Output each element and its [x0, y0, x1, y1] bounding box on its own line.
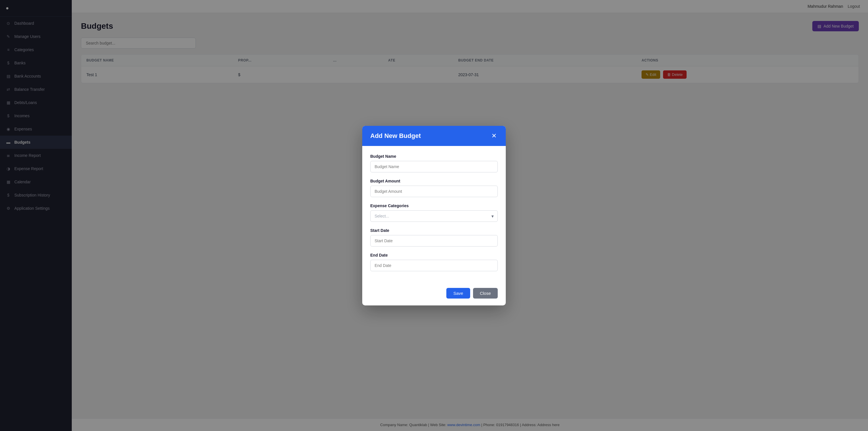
budget-name-label: Budget Name: [370, 154, 498, 159]
modal-body: Budget Name Budget Amount Expense Catego…: [362, 146, 506, 283]
expense-categories-wrapper: Select... ▾: [370, 210, 498, 222]
modal-overlay[interactable]: Add New Budget ✕ Budget Name Budget Amou…: [0, 0, 868, 431]
modal-header: Add New Budget ✕: [362, 126, 506, 146]
budget-amount-input[interactable]: [370, 185, 498, 197]
modal-close-button[interactable]: ✕: [490, 133, 498, 139]
save-button[interactable]: Save: [446, 288, 470, 298]
end-date-input[interactable]: [370, 260, 498, 271]
close-button[interactable]: Close: [473, 288, 498, 298]
start-date-input[interactable]: [370, 235, 498, 247]
expense-categories-label: Expense Categories: [370, 203, 498, 208]
start-date-label: Start Date: [370, 228, 498, 233]
start-date-group: Start Date: [370, 228, 498, 247]
budget-amount-label: Budget Amount: [370, 179, 498, 183]
add-budget-modal: Add New Budget ✕ Budget Name Budget Amou…: [362, 126, 506, 306]
modal-title: Add New Budget: [370, 132, 421, 140]
budget-amount-group: Budget Amount: [370, 179, 498, 197]
end-date-group: End Date: [370, 253, 498, 271]
expense-categories-group: Expense Categories Select... ▾: [370, 203, 498, 222]
budget-name-group: Budget Name: [370, 154, 498, 172]
budget-name-input[interactable]: [370, 161, 498, 172]
modal-footer: Save Close: [362, 283, 506, 306]
end-date-label: End Date: [370, 253, 498, 257]
expense-categories-select[interactable]: Select...: [370, 210, 498, 222]
